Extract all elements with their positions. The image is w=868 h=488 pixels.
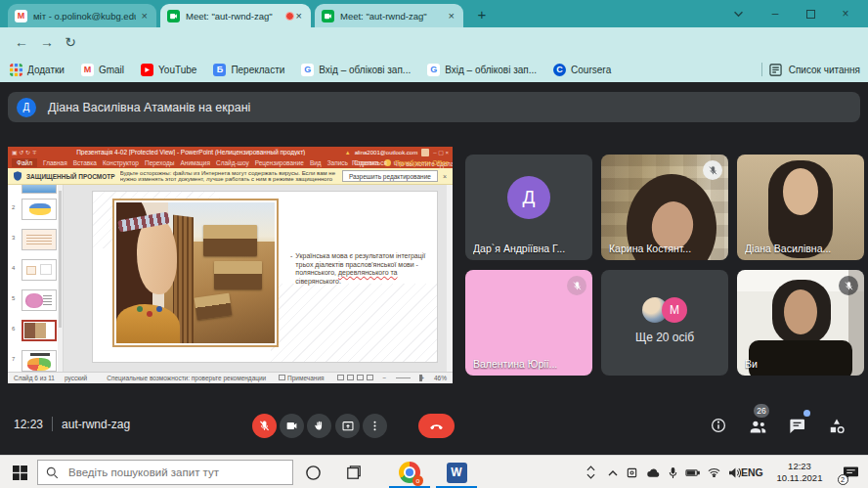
tab-meet-active[interactable]: Meet: "aut-rwnd-zag" × bbox=[160, 4, 311, 27]
tab-title: Meet: "aut-rwnd-zag" bbox=[186, 11, 280, 22]
tab-gmail[interactable]: M міт - o.polinok@kubg.edu.ua - П × bbox=[8, 4, 156, 27]
taskbar-word-button[interactable]: W bbox=[445, 461, 468, 484]
bookmark-label: Gmail bbox=[99, 65, 124, 75]
window-close-button[interactable]: × bbox=[831, 0, 860, 27]
participants-count-badge: 26 bbox=[754, 404, 769, 418]
ppt-warning-icon: ▲ bbox=[345, 150, 351, 155]
ppt-view-buttons bbox=[334, 375, 373, 381]
tab-meet-2[interactable]: Meet: "aut-rwnd-zag" × bbox=[315, 4, 463, 27]
ppt-window-title: Презентація 4-02 [Protected View] - Powe… bbox=[41, 149, 341, 155]
present-screen-button[interactable] bbox=[335, 414, 360, 438]
mic-off-icon bbox=[839, 276, 858, 295]
back-icon[interactable]: ← bbox=[12, 32, 31, 52]
action-center-button[interactable]: 2 bbox=[839, 461, 862, 484]
bookmark-gmail[interactable]: M Gmail bbox=[81, 64, 124, 76]
new-tab-button[interactable]: + bbox=[471, 3, 493, 24]
ppt-protected-message: Будьте осторожны: файлы из Интернета мог… bbox=[120, 170, 337, 183]
onedrive-cloud-icon[interactable] bbox=[646, 467, 661, 478]
forward-icon[interactable]: → bbox=[37, 32, 57, 52]
task-view-button[interactable] bbox=[342, 461, 366, 484]
reading-list-label[interactable]: Список читання bbox=[789, 65, 860, 75]
participant-tile-overflow[interactable]: M Ще 20 осіб bbox=[601, 270, 728, 376]
speaker-icon[interactable] bbox=[728, 467, 741, 478]
bookmark-google-signin-1[interactable]: G Вхід – облікові зап... bbox=[301, 64, 411, 76]
clock-time: 12:23 bbox=[772, 461, 827, 472]
bookmark-youtube[interactable]: YouTube bbox=[141, 64, 196, 76]
tab-close-icon[interactable]: × bbox=[447, 10, 456, 22]
hidden-icons-chevron-icon[interactable] bbox=[608, 469, 618, 476]
tab-recording-indicator-icon bbox=[285, 12, 294, 21]
more-options-button[interactable] bbox=[363, 414, 387, 438]
browser-toolbar: ← → ↻ meet.google.com/aut-rwnd-zag ☆ O ⋮ bbox=[0, 27, 868, 57]
participant-tile-diana[interactable]: Діана Василівна... bbox=[737, 155, 864, 260]
ppt-enable-editing-button: Разрешить редактирование bbox=[342, 170, 438, 182]
more-vertical-icon bbox=[369, 420, 381, 432]
mic-off-icon bbox=[567, 276, 586, 295]
language-indicator[interactable]: ENG bbox=[741, 456, 763, 488]
window-maximize-button[interactable] bbox=[796, 0, 825, 27]
participant-tile-karyna[interactable]: Карина Костянт... bbox=[601, 155, 728, 260]
window-minimize-button[interactable]: – bbox=[760, 0, 790, 27]
bookmark-label: Вхід – облікові зап... bbox=[319, 65, 411, 75]
ppt-thumbnail-scrollbar bbox=[58, 185, 63, 372]
ppt-notes-label: Примечания bbox=[287, 375, 325, 381]
activities-button[interactable] bbox=[827, 417, 846, 436]
wifi-icon[interactable] bbox=[708, 467, 720, 477]
activities-icon bbox=[827, 417, 846, 436]
clock-date: 10.11.2021 bbox=[772, 472, 827, 484]
ppt-protected-close-icon: × bbox=[443, 173, 447, 180]
ppt-zoom-level: 46% bbox=[434, 375, 447, 381]
meeting-info: 12:23 aut-rwnd-zag bbox=[14, 417, 130, 431]
end-call-icon bbox=[429, 419, 444, 433]
mic-toggle-button[interactable] bbox=[252, 414, 277, 438]
battery-icon[interactable] bbox=[685, 468, 700, 477]
end-call-button[interactable] bbox=[418, 414, 455, 438]
bookmark-apps[interactable]: Додатки bbox=[10, 64, 65, 76]
search-input[interactable] bbox=[66, 466, 262, 479]
ppt-language: русский bbox=[65, 375, 87, 381]
bookmark-label: Додатки bbox=[27, 65, 65, 75]
slide-thumbnail-2 bbox=[22, 199, 57, 220]
slide-thumbnail-6-selected bbox=[22, 320, 57, 341]
screen-share-surface[interactable]: ▣ ↺ ↻ ∓ Презентація 4-02 [Protected View… bbox=[8, 147, 453, 383]
taskbar-clock[interactable]: 12:23 10.11.2021 bbox=[772, 461, 827, 484]
more-participants-label: Ще 20 осіб bbox=[601, 331, 728, 344]
chat-notification-dot bbox=[803, 410, 810, 417]
show-everyone-button[interactable] bbox=[748, 417, 768, 435]
taskbar-scroll-arrows[interactable] bbox=[586, 456, 595, 488]
gmail-icon: M bbox=[81, 64, 94, 76]
tab-close-icon[interactable]: × bbox=[294, 10, 304, 22]
slide-picture-frame bbox=[112, 199, 279, 347]
bookmark-translate[interactable]: Б Перекласти bbox=[213, 64, 284, 76]
ppt-menu-item: Слайд-шоу bbox=[216, 159, 249, 166]
tab-title: Meet: "aut-rwnd-zag" bbox=[340, 11, 443, 22]
tab-close-icon[interactable]: × bbox=[140, 10, 150, 22]
start-button[interactable] bbox=[8, 461, 31, 484]
notification-count-badge: 2 bbox=[838, 474, 848, 485]
meeting-details-button[interactable] bbox=[710, 417, 727, 434]
bookmark-coursera[interactable]: C Coursera bbox=[553, 64, 611, 76]
chat-button[interactable] bbox=[788, 417, 806, 435]
cortana-button[interactable] bbox=[301, 461, 325, 484]
device-icon[interactable] bbox=[626, 466, 638, 479]
ppt-ribbon-tabs: Файл Главная Вставка Конструктор Переход… bbox=[8, 157, 453, 168]
meet-favicon-icon bbox=[322, 10, 334, 22]
reload-icon[interactable]: ↻ bbox=[61, 32, 80, 52]
participant-tile-darya[interactable]: Д Дар`я Андріївна Г... bbox=[465, 155, 592, 260]
taskbar-chrome-button[interactable]: o bbox=[398, 461, 421, 484]
taskbar-search-box[interactable] bbox=[37, 460, 293, 485]
youtube-icon bbox=[141, 64, 153, 76]
raise-hand-button[interactable] bbox=[307, 414, 331, 438]
bookmark-google-signin-2[interactable]: G Вхід – облікові зап... bbox=[427, 64, 537, 76]
info-icon bbox=[710, 417, 727, 434]
slide-thumbnail-3 bbox=[22, 229, 57, 250]
ppt-menu-item: Вид bbox=[310, 159, 322, 166]
window-profile-chevron-icon[interactable] bbox=[723, 0, 753, 27]
microphone-icon[interactable] bbox=[669, 466, 677, 479]
bookmarks-bar: Додатки M Gmail YouTube Б Перекласти G В… bbox=[0, 57, 868, 82]
google-g-icon: G bbox=[301, 64, 314, 76]
participant-tile-valentyna[interactable]: Валентина Юрії... bbox=[465, 270, 592, 376]
participant-name: Ви bbox=[745, 358, 758, 370]
participant-tile-you[interactable]: Ви bbox=[737, 270, 864, 376]
camera-toggle-button[interactable] bbox=[280, 414, 304, 438]
